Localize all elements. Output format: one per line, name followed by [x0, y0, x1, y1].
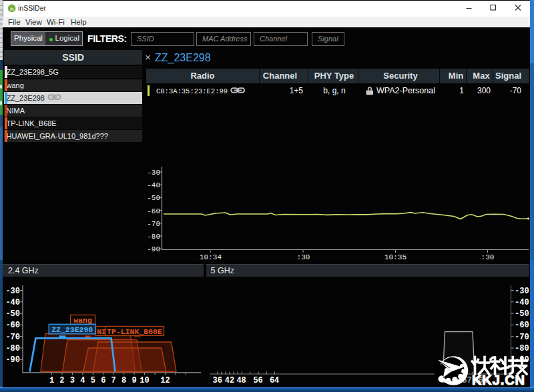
svg-text:64: 64 — [270, 376, 279, 385]
svg-text:-30: -30 — [5, 287, 20, 296]
svg-text:ZZ_23E298: ZZ_23E298 — [51, 325, 93, 334]
svg-text:9: 9 — [131, 376, 136, 385]
svg-text:wang: wang — [73, 316, 92, 325]
svg-text:-30: -30 — [147, 169, 160, 177]
svg-text:-40: -40 — [147, 181, 160, 189]
svg-text:KKJ.CN: KKJ.CN — [472, 373, 525, 387]
svg-text:5: 5 — [91, 376, 95, 385]
svg-text::30: :30 — [297, 253, 310, 261]
svg-text:36: 36 — [212, 376, 222, 385]
svg-text:-90: -90 — [147, 245, 160, 253]
svg-text:-90: -90 — [5, 355, 20, 365]
svg-text:-50: -50 — [515, 309, 529, 319]
svg-text:10: 10 — [140, 376, 149, 385]
svg-text:in: in — [10, 7, 13, 11]
svg-text:-30: -30 — [515, 287, 529, 296]
svg-text:4: 4 — [80, 376, 85, 385]
svg-text:56: 56 — [253, 376, 262, 385]
svg-text:TP-LINK_B68E: TP-LINK_B68E — [107, 327, 162, 336]
svg-text:-80: -80 — [5, 344, 20, 353]
svg-text:42: 42 — [225, 376, 234, 385]
svg-text:-50: -50 — [147, 194, 160, 202]
svg-text:-70: -70 — [515, 333, 529, 342]
svg-text:-40: -40 — [5, 298, 20, 307]
svg-text:1: 1 — [49, 376, 54, 385]
svg-text:3: 3 — [70, 376, 75, 385]
svg-text:12: 12 — [160, 376, 170, 385]
svg-text::30: :30 — [481, 253, 495, 261]
svg-text:-60: -60 — [147, 207, 160, 215]
svg-text:-70: -70 — [5, 333, 20, 342]
svg-text:-40: -40 — [515, 298, 529, 307]
svg-text:-80: -80 — [147, 233, 160, 241]
svg-text:-80: -80 — [515, 344, 529, 353]
svg-text:2: 2 — [59, 376, 64, 385]
svg-text:6: 6 — [101, 376, 105, 385]
svg-text:8: 8 — [121, 376, 126, 385]
svg-text:7: 7 — [111, 376, 116, 385]
svg-text:-50: -50 — [5, 309, 20, 319]
svg-text:-60: -60 — [515, 321, 529, 330]
svg-text:-70: -70 — [147, 220, 160, 228]
svg-text:10:35: 10:35 — [384, 253, 407, 261]
svg-text:-60: -60 — [5, 321, 20, 330]
svg-text:48: 48 — [236, 376, 246, 385]
svg-text:10:34: 10:34 — [200, 253, 222, 261]
